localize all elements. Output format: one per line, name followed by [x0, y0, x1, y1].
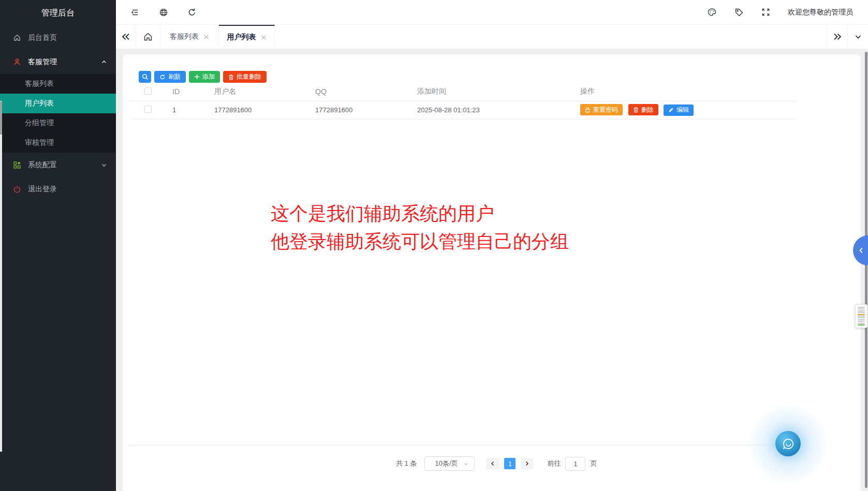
- top-header: 欢迎您尊敬的管理员: [116, 0, 868, 25]
- sidebar-item-dashboard[interactable]: 后台首页: [0, 25, 116, 50]
- refresh-icon[interactable]: [187, 8, 197, 17]
- chevron-down-icon: [854, 33, 862, 41]
- sidebar-scrollbar-thumb[interactable]: [0, 101, 2, 135]
- sidebar-item-user-list[interactable]: 用户列表: [0, 94, 116, 113]
- minimap-widget[interactable]: [855, 304, 867, 328]
- add-button[interactable]: 添加: [189, 71, 220, 83]
- double-chevron-left-icon: [121, 32, 131, 42]
- cell-id: 1: [172, 101, 214, 119]
- page-unit-label: 页: [590, 459, 597, 468]
- sidebar-item-service-management[interactable]: 客服管理: [0, 50, 116, 74]
- page-number-button[interactable]: 1: [504, 458, 516, 469]
- sidebar: 管理后台 后台首页 客服管理 客服列表 用户列表 分组管理 审核管理: [0, 0, 116, 491]
- tabs-menu-button[interactable]: [847, 25, 868, 49]
- page-scrollbar[interactable]: [865, 49, 868, 491]
- header-left-icons: [130, 8, 197, 17]
- sidebar-item-group-management[interactable]: 分组管理: [0, 113, 116, 133]
- sidebar-item-label: 客服列表: [25, 79, 54, 88]
- sidebar-item-audit-management[interactable]: 审核管理: [0, 133, 116, 153]
- page-size-select[interactable]: 10条/页: [424, 456, 475, 471]
- user-table: ID 用户名 QQ 添加时间 操作 1 1772891600 177289160…: [129, 83, 797, 120]
- tab-label: 客服列表: [170, 32, 199, 41]
- chevron-down-icon: [101, 162, 107, 168]
- tabs-collapse-button[interactable]: [116, 25, 136, 49]
- header-right: 欢迎您尊敬的管理员: [707, 7, 853, 17]
- cell-actions: 重置密码 删除 编辑: [580, 101, 797, 119]
- goto-label: 前往: [547, 459, 561, 468]
- welcome-text: 欢迎您尊敬的管理员: [788, 8, 853, 17]
- tab-bar: 客服列表 用户列表: [116, 25, 868, 49]
- close-icon[interactable]: [203, 34, 209, 40]
- power-icon: [13, 185, 21, 194]
- annotation-text: 这个是我们辅助系统的用户 他登录辅助系统可以管理自己的分组: [271, 200, 569, 256]
- delete-button[interactable]: 删除: [628, 104, 658, 115]
- goto-page-input[interactable]: [565, 457, 585, 471]
- divider: [129, 445, 797, 445]
- trash-icon: [633, 107, 639, 113]
- tab-service-list[interactable]: 客服列表: [160, 25, 219, 49]
- sidebar-item-label: 退出登录: [28, 185, 57, 194]
- search-icon: [142, 73, 149, 80]
- column-header-username: 用户名: [214, 83, 315, 101]
- cell-created: 2025-08-28 01:01:23: [417, 101, 580, 119]
- chevron-up-icon: [101, 59, 107, 65]
- refresh-icon: [159, 74, 166, 80]
- tab-user-list[interactable]: 用户列表: [219, 25, 275, 49]
- close-icon[interactable]: [261, 35, 267, 40]
- tab-label: 用户列表: [227, 33, 256, 42]
- table-row: 1 1772891600 1772891600 2025-08-28 01:01…: [129, 101, 797, 119]
- table-header-row: ID 用户名 QQ 添加时间 操作: [129, 83, 797, 101]
- page-scrollbar-thumb[interactable]: [865, 52, 867, 488]
- sidebar-scrollbar[interactable]: [0, 101, 2, 452]
- lock-icon: [585, 107, 591, 113]
- batch-delete-button[interactable]: 批量删除: [223, 71, 267, 83]
- toolbar: 刷新 添加 批量删除: [139, 71, 267, 83]
- fullscreen-icon[interactable]: [761, 8, 770, 17]
- cell-username: 1772891600: [214, 101, 315, 119]
- double-chevron-right-icon: [832, 32, 843, 42]
- sidebar-item-label: 分组管理: [25, 118, 54, 128]
- next-page-button[interactable]: [521, 458, 533, 469]
- column-header-qq: QQ: [315, 83, 417, 101]
- sidebar-item-label: 用户列表: [25, 99, 54, 108]
- sidebar-item-label: 客服管理: [28, 57, 57, 67]
- edit-button[interactable]: 编辑: [664, 105, 694, 116]
- sidebar-item-system-config[interactable]: 系统配置: [0, 153, 116, 177]
- prev-page-button[interactable]: [487, 458, 499, 469]
- pagination: 共 1 条 10条/页 1 前往 页: [396, 456, 597, 471]
- column-header-id: ID: [172, 83, 214, 101]
- plus-icon: [194, 74, 200, 80]
- refresh-button[interactable]: 刷新: [154, 71, 186, 83]
- annotation-line-2: 他登录辅助系统可以管理自己的分组: [271, 228, 569, 256]
- menu-fold-icon[interactable]: [130, 8, 140, 17]
- refresh-button-label: 刷新: [168, 72, 181, 81]
- sidebar-submenu: 客服列表 用户列表 分组管理 审核管理: [0, 74, 116, 153]
- home-icon: [143, 32, 153, 42]
- globe-icon[interactable]: [159, 8, 168, 17]
- chevron-down-icon: [463, 461, 469, 467]
- row-checkbox[interactable]: [144, 106, 152, 113]
- cell-qq: 1772891600: [315, 101, 417, 119]
- tag-icon[interactable]: [734, 8, 744, 17]
- annotation-line-1: 这个是我们辅助系统的用户: [271, 200, 569, 228]
- sidebar-item-label: 后台首页: [28, 33, 57, 42]
- tabs-forward-button[interactable]: [827, 25, 847, 49]
- sidebar-item-label: 审核管理: [25, 138, 54, 147]
- batch-delete-button-label: 批量删除: [237, 72, 261, 81]
- tab-home-button[interactable]: [136, 25, 160, 49]
- sidebar-item-label: 系统配置: [28, 160, 57, 170]
- palette-icon[interactable]: [707, 7, 717, 17]
- pencil-icon: [668, 107, 674, 113]
- user-icon: [13, 58, 21, 66]
- tab-bar-right: [827, 25, 868, 49]
- select-all-checkbox[interactable]: [144, 87, 152, 95]
- search-button[interactable]: [139, 71, 151, 83]
- grid-icon: [13, 161, 21, 169]
- chevron-right-icon: [524, 460, 530, 467]
- sidebar-item-service-list[interactable]: 客服列表: [0, 74, 116, 94]
- chat-button[interactable]: [775, 431, 801, 456]
- trash-icon: [228, 74, 234, 80]
- sidebar-item-logout[interactable]: 退出登录: [0, 177, 116, 201]
- reset-password-label: 重置密码: [593, 106, 618, 114]
- reset-password-button[interactable]: 重置密码: [580, 104, 623, 115]
